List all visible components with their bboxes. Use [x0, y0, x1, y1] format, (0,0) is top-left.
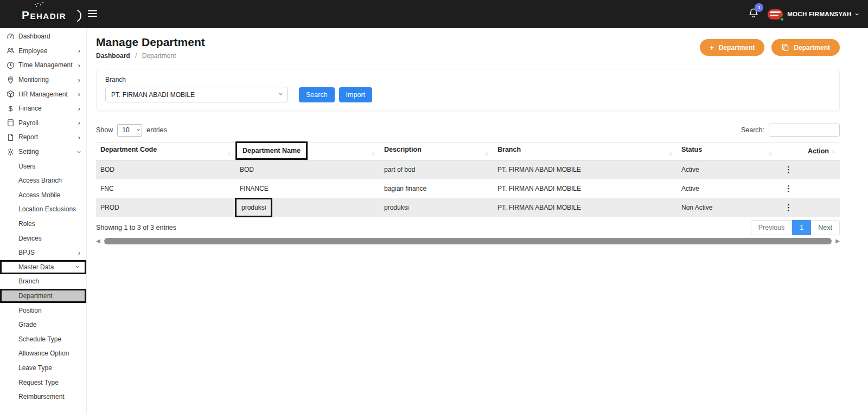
sidebar-item-leave-type[interactable]: Leave Type [0, 361, 86, 376]
sidebar-item-setting[interactable]: Setting › [0, 145, 86, 159]
app-logo[interactable]: PEHADIR [22, 4, 81, 22]
sidebar-item-devices[interactable]: Devices [0, 231, 86, 245]
sidebar-item-payroll[interactable]: Payroll › [0, 116, 86, 131]
sort-icon[interactable]: ↑↓ [227, 151, 230, 157]
notifications-button[interactable]: 1 [748, 8, 759, 21]
sort-icon[interactable]: ↑↓ [768, 151, 771, 157]
sidebar-item-label: Payroll [18, 119, 39, 127]
sidebar-item-master-data[interactable]: Master Data › [0, 260, 86, 275]
sidebar-item-hr-management[interactable]: HR Management › [0, 87, 86, 101]
pagination-previous-button[interactable]: Previous [751, 220, 793, 235]
sidebar-item-label: Branch [18, 277, 39, 285]
sort-icon[interactable]: ↑↓ [484, 151, 488, 157]
sidebar-item-request-type[interactable]: Request Type [0, 375, 86, 390]
sidebar: Dashboard Employee › Time Management › M… [0, 28, 87, 414]
sidebar-item-grade[interactable]: Grade [0, 318, 86, 332]
sort-icon[interactable]: ↑↓ [831, 148, 834, 154]
chevron-right-icon: › [78, 90, 80, 98]
sidebar-item-report[interactable]: Report › [0, 130, 86, 145]
sidebar-item-roles[interactable]: Roles [0, 217, 86, 231]
page-size-select[interactable]: 10 [117, 124, 142, 137]
page-title: Manage Department [96, 36, 205, 49]
sidebar-item-label: Grade [18, 321, 36, 328]
annotation-box: produksi [235, 198, 272, 217]
column-header-branch[interactable]: Branch↑↓ [493, 143, 677, 160]
row-actions-kebab-icon[interactable]: ⋮ [781, 184, 796, 192]
scroll-right-arrow-icon[interactable]: ▶ [835, 238, 840, 244]
notification-count-badge: 1 [755, 3, 763, 12]
journal-icon [7, 119, 15, 127]
table-row: PROD produksi produksi PT. FIRMAN ABADI … [96, 198, 840, 217]
table-row: BOD BOD part of bod PT. FIRMAN ABADI MOB… [96, 160, 840, 179]
sidebar-item-label: Setting [18, 148, 39, 156]
column-header-status[interactable]: Status↑↓ [677, 143, 777, 160]
sort-icon[interactable]: ↑↓ [668, 151, 672, 157]
sidebar-item-finance[interactable]: $ Finance › [0, 101, 86, 116]
scroll-left-arrow-icon[interactable]: ◀ [96, 238, 100, 244]
sidebar-item-users[interactable]: Users [0, 159, 86, 173]
chevron-down-icon: › [75, 151, 82, 153]
sidebar-item-access-mobile[interactable]: Access Mobile [0, 188, 86, 203]
cell-department-code: PROD [96, 198, 235, 217]
cell-branch: PT. FIRMAN ABADI MOBILE [493, 160, 677, 179]
sidebar-item-allowance-option[interactable]: Allowance Option [0, 346, 86, 361]
pagination-page-1-button[interactable]: 1 [792, 220, 811, 235]
clock-icon [7, 61, 15, 69]
sort-icon[interactable]: ↑↓ [371, 151, 374, 157]
sidebar-item-location-exclusions[interactable]: Location Exclusions [0, 202, 86, 217]
sidebar-item-label: Schedule Type [18, 335, 61, 343]
column-header-description[interactable]: Description↑↓ [380, 143, 493, 160]
cell-department-code: BOD [96, 160, 235, 179]
column-header-action[interactable]: Action↑↓ [777, 143, 840, 160]
location-pin-icon [7, 76, 15, 84]
cell-status: Non Active [677, 198, 777, 217]
breadcrumb-dashboard-link[interactable]: Dashboard [96, 52, 130, 60]
main-content: Manage Department Dashboard / Department… [87, 28, 868, 414]
sidebar-item-monitoring[interactable]: Monitoring › [0, 73, 86, 87]
sidebar-item-dashboard[interactable]: Dashboard [0, 29, 86, 44]
sidebar-item-branch[interactable]: Branch [0, 274, 86, 289]
sidebar-item-employee[interactable]: Employee › [0, 44, 86, 59]
speedometer-icon [7, 33, 15, 41]
sidebar-item-label: Access Branch [18, 177, 62, 184]
add-department-button[interactable]: + Department [700, 39, 764, 56]
pagination: Previous 1 Next [751, 220, 840, 235]
user-menu[interactable]: MOCH FIRMANSYAH › [768, 9, 858, 20]
sidebar-item-reimbursement[interactable]: Reimbursement [0, 390, 86, 404]
logo-dots-decoration [35, 4, 36, 5]
sidebar-item-access-branch[interactable]: Access Branch [0, 173, 86, 188]
branch-select[interactable]: PT. FIRMAN ABADI MOBILE [105, 87, 288, 102]
navbar-right-group: 1 MOCH FIRMANSYAH › [748, 0, 858, 28]
sidebar-item-label: Roles [18, 220, 35, 228]
column-header-department-name[interactable]: Department Name ↑↓ [235, 143, 380, 160]
chevron-right-icon: › [78, 249, 80, 256]
sidebar-item-position[interactable]: Position [0, 303, 86, 318]
chevron-right-icon: › [78, 47, 80, 54]
search-button[interactable]: Search [299, 87, 335, 102]
sidebar-item-department[interactable]: Department [0, 289, 86, 303]
logo-swoosh-decoration [76, 9, 84, 23]
department-table: Department Code↑↓ Department Name ↑↓ Des… [96, 142, 840, 217]
sidebar-item-label: Allowance Option [18, 350, 69, 357]
row-actions-kebab-icon[interactable]: ⋮ [781, 203, 796, 211]
cell-department-code: FNC [96, 179, 235, 198]
table-search-input[interactable] [769, 124, 840, 137]
scrollbar-thumb[interactable] [104, 238, 832, 244]
sidebar-item-label: Finance [18, 105, 42, 112]
sidebar-item-label: Users [18, 163, 35, 170]
import-button[interactable]: Import [339, 87, 372, 102]
sidebar-item-bpjs[interactable]: BPJS › [0, 245, 86, 260]
file-icon [7, 133, 15, 141]
row-actions-kebab-icon[interactable]: ⋮ [781, 165, 796, 173]
pagination-next-button[interactable]: Next [811, 220, 840, 235]
column-header-department-code[interactable]: Department Code↑↓ [96, 143, 235, 160]
sidebar-toggle-hamburger-icon[interactable] [88, 10, 97, 18]
horizontal-scrollbar: ◀ ▶ [96, 237, 840, 245]
table-row: FNC FINANCE bagian finance PT. FIRMAN AB… [96, 179, 840, 198]
sidebar-item-label: Report [18, 133, 38, 141]
sidebar-item-schedule-type[interactable]: Schedule Type [0, 332, 86, 346]
chevron-right-icon: › [78, 76, 80, 83]
copy-department-button[interactable]: Department [771, 39, 840, 56]
sidebar-item-time-management[interactable]: Time Management › [0, 58, 86, 73]
online-status-dot [780, 17, 784, 22]
